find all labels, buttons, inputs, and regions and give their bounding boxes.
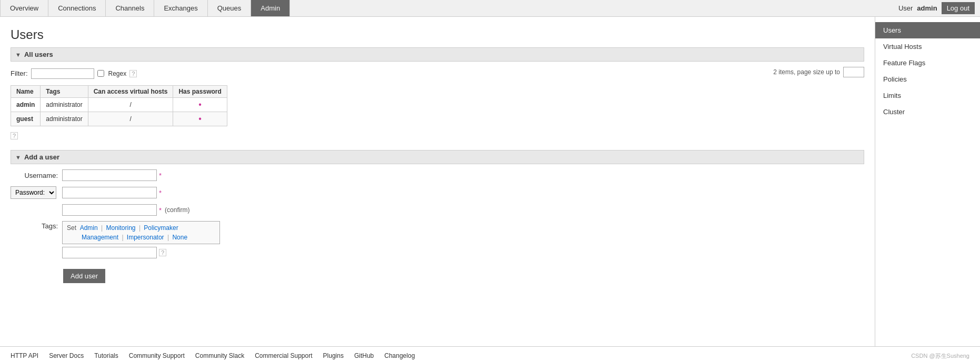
footer-tutorials[interactable]: Tutorials — [94, 352, 118, 359]
col-virtual-hosts: Can access virtual hosts — [88, 86, 173, 98]
password-required: * — [159, 189, 162, 197]
nav-channels[interactable]: Channels — [106, 0, 154, 16]
user-has-password: • — [173, 98, 227, 112]
user-name-link[interactable]: admin — [16, 101, 35, 108]
nav-admin[interactable]: Admin — [251, 0, 290, 16]
user-label: User — [898, 4, 913, 12]
nav-exchanges[interactable]: Exchanges — [154, 0, 207, 16]
toggle-arrow-icon: ▼ — [15, 52, 21, 58]
tag-management[interactable]: Management — [82, 234, 118, 241]
tag-admin[interactable]: Admin — [80, 224, 98, 232]
sidebar-item-policies[interactable]: Policies — [875, 71, 980, 87]
confirm-text: (confirm) — [165, 206, 189, 214]
nav-overview[interactable]: Overview — [0, 0, 48, 16]
tags-label: Tags: — [11, 221, 58, 230]
add-user-button[interactable]: Add user — [63, 269, 105, 283]
all-users-section-header[interactable]: ▼ All users — [11, 47, 864, 62]
footer-github[interactable]: GitHub — [354, 352, 374, 359]
sidebar: Users Virtual Hosts Feature Flags Polici… — [875, 17, 980, 346]
col-tags: Tags — [41, 86, 88, 98]
username: admin — [917, 4, 937, 12]
user-virtual-hosts: / — [88, 112, 173, 126]
footer-commercial-support[interactable]: Commercial Support — [255, 352, 312, 359]
users-table: Name Tags Can access virtual hosts Has p… — [11, 85, 227, 126]
user-tags: administrator — [41, 112, 88, 126]
confirm-password-input[interactable] — [62, 204, 157, 216]
page-title: Users — [11, 27, 864, 42]
tags-help-icon[interactable]: ? — [159, 249, 166, 256]
footer-community-slack[interactable]: Community Slack — [195, 352, 244, 359]
user-name-link[interactable]: guest — [16, 115, 33, 123]
tag-monitoring[interactable]: Monitoring — [106, 224, 136, 232]
tag-policymaker[interactable]: Policymaker — [144, 224, 178, 232]
password-row: Password: * — [11, 186, 864, 199]
footer-http-api[interactable]: HTTP API — [11, 352, 38, 359]
user-tags: administrator — [41, 98, 88, 112]
confirm-required: * — [159, 206, 162, 214]
user-section: User admin Log out — [893, 2, 980, 14]
username-input[interactable] — [62, 169, 157, 181]
col-name: Name — [11, 86, 41, 98]
tags-row2: Management | Impersonator | None — [67, 234, 215, 241]
all-users-section-title: All users — [24, 51, 53, 58]
col-has-password: Has password — [173, 86, 227, 98]
footer-plugins[interactable]: Plugins — [323, 352, 344, 359]
tags-row: Tags: Set Admin | Monitoring | Policymak… — [11, 221, 864, 258]
filter-input[interactable] — [31, 68, 94, 79]
csdn-credit: CSDN @苏生Susheng — [911, 352, 969, 360]
confirm-password-row: * (confirm) — [11, 204, 864, 216]
filter-row: Filter: Regex ? 2 items, page size up to… — [11, 67, 864, 80]
tags-box: Set Admin | Monitoring | Policymaker Man… — [62, 221, 220, 244]
regex-label: Regex — [108, 70, 127, 77]
main-layout: Users ▼ All users Filter: Regex ? 2 item… — [0, 17, 980, 346]
username-label: Username: — [11, 172, 58, 179]
footer-server-docs[interactable]: Server Docs — [49, 352, 84, 359]
user-virtual-hosts: / — [88, 98, 173, 112]
user-has-password: • — [173, 112, 227, 126]
add-user-toggle-icon: ▼ — [15, 154, 21, 161]
nav-queues[interactable]: Queues — [208, 0, 252, 16]
footer-changelog[interactable]: Changelog — [384, 352, 415, 359]
logout-button[interactable]: Log out — [942, 2, 975, 14]
sidebar-item-feature-flags[interactable]: Feature Flags — [875, 55, 980, 71]
username-required: * — [159, 172, 162, 179]
sidebar-item-limits[interactable]: Limits — [875, 87, 980, 104]
username-row: Username: * — [11, 169, 864, 181]
top-nav: Overview Connections Channels Exchanges … — [0, 0, 980, 17]
table-row: guestadministrator/• — [11, 112, 227, 126]
page-size-input[interactable]: 100 — [843, 67, 864, 77]
table-help-icon[interactable]: ? — [11, 132, 18, 139]
content-area: Users ▼ All users Filter: Regex ? 2 item… — [0, 17, 875, 346]
pagination-info: 2 items, page size up to 100 — [773, 67, 864, 77]
tag-impersonator[interactable]: Impersonator — [127, 234, 164, 241]
password-dot: • — [198, 100, 202, 109]
set-label: Set — [67, 224, 76, 232]
footer: HTTP API Server Docs Tutorials Community… — [0, 346, 980, 361]
footer-community-support[interactable]: Community Support — [129, 352, 185, 359]
nav-items: Overview Connections Channels Exchanges … — [0, 0, 893, 16]
sidebar-item-virtual-hosts[interactable]: Virtual Hosts — [875, 38, 980, 55]
table-row: adminadministrator/• — [11, 98, 227, 112]
sidebar-item-users[interactable]: Users — [875, 22, 980, 38]
password-label: Password: — [11, 186, 58, 199]
sidebar-item-cluster[interactable]: Cluster — [875, 104, 980, 120]
password-select[interactable]: Password: — [11, 186, 56, 199]
tags-options-box: Set Admin | Monitoring | Policymaker Man… — [62, 221, 220, 258]
tags-input-row: ? — [62, 247, 220, 258]
password-input[interactable] — [62, 187, 157, 198]
add-user-section-title: Add a user — [24, 153, 59, 161]
nav-connections[interactable]: Connections — [48, 0, 106, 16]
add-user-section-header[interactable]: ▼ Add a user — [11, 150, 864, 164]
tag-none[interactable]: None — [172, 234, 187, 241]
tags-input[interactable] — [62, 247, 157, 258]
pagination-text: 2 items, page size up to — [773, 68, 840, 76]
password-dot: • — [198, 114, 202, 123]
password-select-wrap: Password: — [11, 186, 58, 199]
filter-label: Filter: — [11, 69, 28, 77]
add-user-section: ▼ Add a user Username: * Password: — [11, 150, 864, 283]
regex-checkbox[interactable] — [97, 70, 104, 77]
filter-help-icon[interactable]: ? — [129, 70, 137, 77]
